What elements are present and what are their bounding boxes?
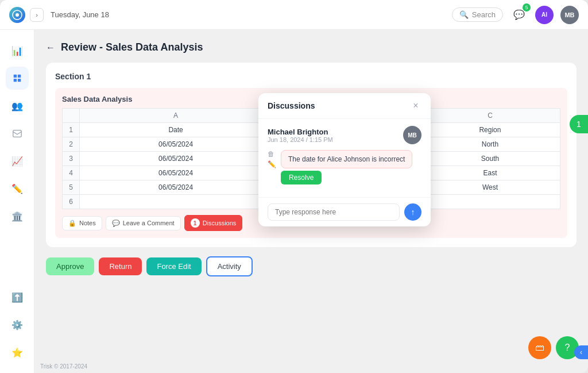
modal-title: Discussions [268,101,315,110]
svg-point-1 [16,13,19,17]
leave-comment-button[interactable]: 💬 Leave a Comment [106,216,181,230]
page-title: Review - Sales Data Analysis [61,41,203,53]
send-icon: ↑ [411,207,415,217]
search-bar[interactable]: 🔍 Search [452,7,503,22]
svg-rect-2 [13,75,16,78]
notification-badge: 5 [523,3,531,11]
approve-button[interactable]: Approve [46,257,94,275]
sidebar-item-favorites[interactable]: ⭐ [6,341,29,364]
cell-6c[interactable] [420,195,560,209]
breadcrumb-nav[interactable]: › [30,8,44,22]
commenter-avatar: MB [403,126,421,144]
comment-user-info: Michael Brighton Jun 18, 2024 / 1:15 PM [268,128,333,143]
page-header: ← Review - Sales Data Analysis [46,41,577,53]
sidebar-item-dashboard[interactable]: 📊 [6,39,29,62]
user-avatar[interactable]: MB [560,6,579,24]
notes-button[interactable]: 🔒 Notes [62,216,102,230]
return-button[interactable]: Return [99,257,142,275]
cell-1a[interactable]: Date [80,123,272,137]
comment-date: Jun 18, 2024 / 1:15 PM [268,136,333,143]
force-edit-button[interactable]: Force Edit [146,257,201,275]
resolve-button[interactable]: Resolve [281,171,322,184]
sidebar-item-inbox[interactable] [6,122,29,145]
discussions-label: Discussions [203,220,237,226]
modal-header: Discussions × [258,93,431,119]
search-icon: 🔍 [459,10,469,19]
row-num: 6 [63,195,80,209]
cell-4a[interactable]: 06/05/2024 [80,166,272,180]
modal-close-button[interactable]: × [410,100,421,111]
delete-icon[interactable]: 🗑 [268,150,276,158]
cell-3c[interactable]: South [420,152,560,166]
comment-bubble: The date for Alice Johnson is incorrect [281,150,412,168]
table-header-row [63,109,80,123]
lock-icon: 🔒 [68,220,76,227]
row-num: 1 [63,123,80,137]
sidebar-item-automation[interactable]: ⚙️ [6,313,29,336]
row-num: 3 [63,152,80,166]
section-title: Section 1 [55,72,567,81]
right-notification-fab[interactable]: 1 [570,115,588,133]
archive-fab[interactable]: 🗃 [528,336,551,359]
row-num: 5 [63,180,80,195]
sidebar-item-tasks[interactable] [6,67,29,90]
table-header-c: C [420,109,560,123]
svg-rect-3 [17,75,20,78]
notifications-button[interactable]: 💬 5 [510,6,528,24]
response-input[interactable] [268,203,400,221]
app-logo [9,7,25,23]
help-icon: ? [565,343,570,353]
back-button[interactable]: ← [46,43,55,53]
send-button[interactable]: ↑ [404,203,421,221]
row-num: 2 [63,137,80,152]
cell-6a[interactable] [80,195,272,209]
activity-button[interactable]: Activity [206,256,253,276]
table-header-a: A [80,109,272,123]
cell-3a[interactable]: 06/05/2024 [80,152,272,166]
sidebar-item-upload[interactable]: ⬆️ [6,286,29,309]
topbar: › Tuesday, June 18 🔍 Search 💬 5 AI MB [0,0,588,30]
comment-row: 🗑 ✏️ The date for Alice Johnson is incor… [268,150,421,184]
action-buttons: Approve Return Force Edit Activity [46,256,577,276]
cell-2a[interactable]: 06/05/2024 [80,137,272,152]
cell-4c[interactable]: East [420,166,560,180]
comment-header: Michael Brighton Jun 18, 2024 / 1:15 PM … [268,126,421,144]
discussions-badge: 1 [191,218,200,228]
cell-1c[interactable]: Region [420,123,560,137]
row-num: 4 [63,166,80,180]
topbar-date: Tuesday, June 18 [51,10,452,19]
bottom-fabs: 🗃 ? [528,336,579,359]
sidebar: 📊 👥 📈 ✏️ 🏛️ ⬆️ ⚙️ ⭐ [0,30,34,373]
comment-text: The date for Alice Johnson is incorrect [288,155,405,163]
archive-icon: 🗃 [535,343,544,353]
discussions-button[interactable]: 1 Discussions [184,215,243,231]
edit-comment-icon[interactable]: ✏️ [268,160,276,168]
footer-copyright: Trisk © 2017-2024 [40,363,87,370]
chat-icon: 💬 [513,9,525,20]
sidebar-item-edit[interactable]: ✏️ [6,177,29,200]
ai-avatar[interactable]: AI [535,6,554,24]
svg-rect-6 [13,130,21,137]
sidebar-item-database[interactable]: 🏛️ [6,205,29,228]
comment-label: Leave a Comment [123,220,175,226]
comment-icon: 💬 [112,220,120,227]
modal-body: Michael Brighton Jun 18, 2024 / 1:15 PM … [258,119,431,197]
comment-action-icons: 🗑 ✏️ [268,150,276,168]
cell-2c[interactable]: North [420,137,560,152]
cell-5a[interactable]: 06/05/2024 [80,180,272,195]
collapse-icon: ‹ [580,348,582,356]
cell-5c[interactable]: West [420,180,560,195]
discussions-modal: Discussions × Michael Brighton Jun 18, 2… [258,93,431,226]
sidebar-item-users[interactable]: 👥 [6,94,29,117]
search-placeholder: Search [472,10,496,19]
notes-label: Notes [79,220,96,226]
svg-rect-4 [13,79,16,82]
svg-rect-5 [17,79,20,82]
collapse-button[interactable]: ‹ [574,345,588,359]
comment-user-name: Michael Brighton [268,128,333,136]
modal-footer: ↑ [258,197,431,226]
sidebar-item-reports[interactable]: 📈 [6,149,29,172]
